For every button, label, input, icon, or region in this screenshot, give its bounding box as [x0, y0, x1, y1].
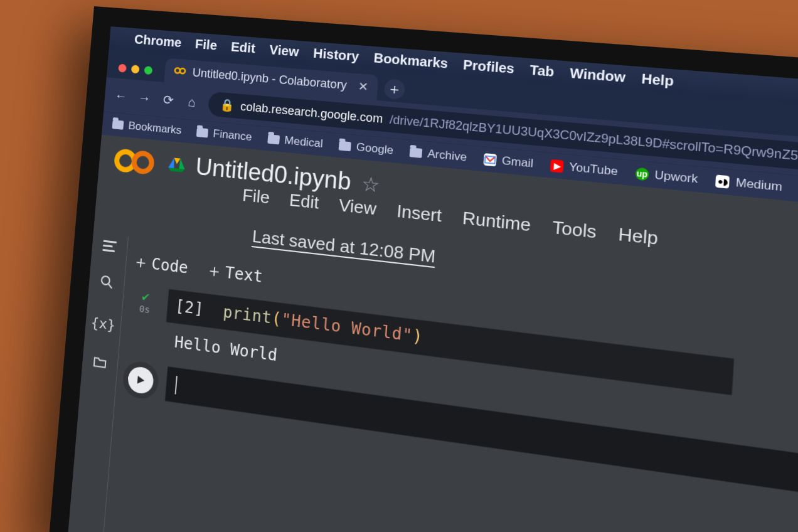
svg-line-11 — [108, 284, 112, 288]
bookmark-folder[interactable]: Finance — [196, 125, 253, 144]
drive-icon — [168, 156, 186, 173]
code-token: print — [222, 303, 272, 327]
folder-icon — [267, 134, 280, 144]
bookmark-label: Google — [356, 141, 394, 157]
variables-icon[interactable]: {x} — [90, 314, 116, 334]
bookmark-folder[interactable]: Google — [338, 139, 393, 157]
menubar-item-file[interactable]: File — [194, 37, 218, 53]
svg-marker-7 — [179, 159, 185, 169]
minimize-window-icon[interactable] — [131, 65, 140, 73]
laptop-screen: Chrome File Edit View History Bookmarks … — [48, 6, 798, 532]
folder-icon — [112, 120, 124, 130]
folder-icon — [409, 147, 422, 158]
svg-marker-6 — [174, 158, 181, 164]
bookmark-folder[interactable]: Archive — [409, 146, 467, 164]
tab-close-icon[interactable]: ✕ — [358, 79, 369, 94]
maximize-window-icon[interactable] — [144, 66, 152, 75]
menubar-item-help[interactable]: Help — [641, 71, 674, 89]
folder-icon — [339, 141, 351, 152]
bookmark-label: Upwork — [654, 168, 698, 186]
gmail-icon — [483, 153, 497, 166]
text-caret — [175, 376, 178, 394]
svg-marker-12 — [137, 376, 145, 385]
menubar-item-bookmarks[interactable]: Bookmarks — [373, 50, 449, 72]
code-token: ) — [412, 326, 423, 346]
colab-menu-view[interactable]: View — [338, 195, 377, 220]
bookmark-label: Archive — [427, 147, 467, 164]
forward-icon[interactable]: → — [136, 90, 152, 105]
menubar-item-profiles[interactable]: Profiles — [462, 57, 514, 77]
window-controls — [115, 58, 159, 82]
tab-favicon — [173, 64, 187, 78]
medium-icon: ●◗ — [716, 174, 730, 188]
star-icon[interactable]: ☆ — [361, 171, 381, 196]
bookmark-label: YouTube — [568, 161, 618, 179]
bookmark-label: Finance — [213, 127, 252, 144]
add-text-button[interactable]: ＋Text — [205, 258, 263, 288]
bookmark-link-youtube[interactable]: ▶ YouTube — [550, 159, 619, 179]
bookmark-label: Gmail — [501, 154, 534, 171]
menubar-item-history[interactable]: History — [312, 46, 359, 65]
svg-point-1 — [180, 68, 186, 73]
bookmark-label: Medium — [735, 176, 783, 194]
search-icon[interactable] — [99, 274, 114, 293]
back-icon[interactable]: ← — [113, 88, 129, 104]
bookmark-label: Medical — [284, 134, 324, 151]
bookmark-link-upwork[interactable]: up Upwork — [635, 166, 698, 186]
exec-count: [2] — [174, 297, 205, 319]
bookmark-link-medium[interactable]: ●◗ Medium — [715, 174, 782, 194]
menubar-item-tab[interactable]: Tab — [529, 62, 555, 80]
run-cell-button[interactable] — [127, 365, 154, 395]
menubar-app[interactable]: Chrome — [134, 32, 182, 50]
toc-icon[interactable] — [102, 240, 117, 253]
colab-app: Untitled0.ipynb ☆ File Edit View Insert … — [66, 135, 798, 532]
lock-icon: 🔒 — [220, 97, 235, 113]
menubar-item-view[interactable]: View — [269, 43, 300, 60]
youtube-icon: ▶ — [550, 159, 564, 173]
colab-menu-edit[interactable]: Edit — [289, 190, 320, 213]
svg-marker-8 — [168, 157, 174, 168]
new-tab-button[interactable]: ＋ — [383, 78, 405, 100]
url-host: colab.research.google.com — [240, 100, 383, 126]
close-window-icon[interactable] — [118, 64, 127, 73]
svg-point-4 — [134, 152, 152, 172]
upwork-icon: up — [635, 168, 649, 181]
menubar-item-window[interactable]: Window — [570, 65, 626, 85]
exec-duration: 0s — [139, 304, 150, 316]
colab-menu-file[interactable]: File — [242, 185, 270, 208]
bookmark-folder[interactable]: Bookmarks — [112, 118, 182, 137]
colab-menu-help[interactable]: Help — [617, 223, 658, 249]
add-code-button[interactable]: ＋Code — [132, 250, 189, 279]
menubar-item-edit[interactable]: Edit — [230, 40, 255, 56]
check-icon: ✔ — [141, 288, 150, 304]
bookmark-label: Bookmarks — [128, 119, 182, 137]
bookmark-folder[interactable]: Medical — [267, 132, 324, 151]
home-icon[interactable]: ⌂ — [184, 94, 200, 110]
cell-status: ✔ 0s — [129, 287, 162, 316]
files-icon[interactable] — [92, 354, 107, 373]
colab-logo-icon[interactable] — [112, 145, 156, 178]
colab-menu-insert[interactable]: Insert — [396, 201, 442, 226]
colab-menu-tools[interactable]: Tools — [551, 217, 597, 243]
folder-icon — [196, 128, 208, 138]
reload-icon[interactable]: ⟳ — [160, 92, 176, 109]
bookmark-link-gmail[interactable]: Gmail — [483, 152, 534, 171]
